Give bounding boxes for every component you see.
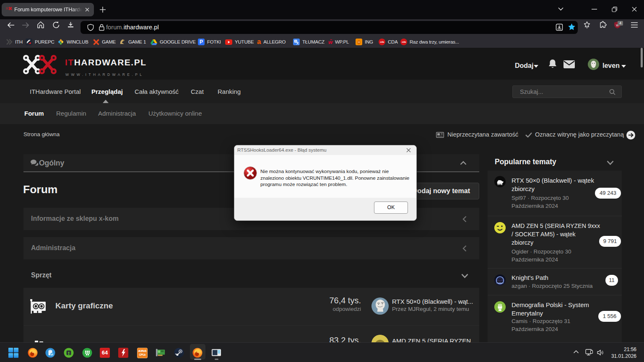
- svg-text:文: 文: [296, 41, 299, 44]
- svg-text:AORUS: AORUS: [138, 349, 147, 352]
- svg-text:CPUz: CPUz: [139, 353, 146, 356]
